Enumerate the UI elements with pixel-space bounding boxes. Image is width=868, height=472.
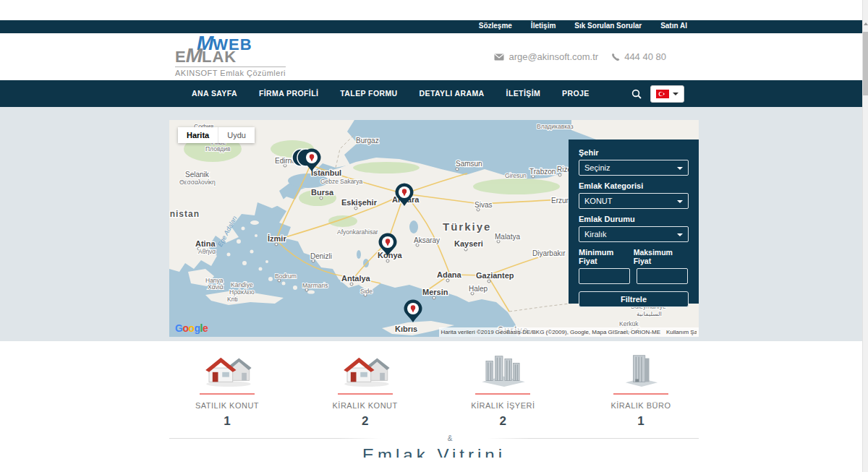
map-label: Giresun: [505, 172, 527, 179]
map-label: السليمانية: [637, 310, 662, 317]
category-card-4[interactable]: KİRALIK BÜRO1: [583, 351, 699, 429]
category-underline: [613, 393, 668, 395]
page: SözleşmeİletişimSık Sorulan SorularSatın…: [0, 0, 868, 472]
map-label: Trabzon: [529, 168, 556, 176]
category-label: SATILIK KONUT: [169, 401, 285, 410]
map-label: Samsun: [456, 160, 482, 168]
map-label: Gebze: [320, 178, 339, 185]
category-card-2[interactable]: KİRALIK KONUT2: [307, 351, 423, 429]
max-price-input[interactable]: [637, 268, 688, 284]
map-label: Adana: [437, 270, 462, 279]
search-icon[interactable]: [631, 89, 642, 99]
map-label: Halep: [469, 285, 488, 293]
email-contact[interactable]: arge@akinsoft.com.tr: [494, 51, 598, 62]
map-label: Side: [360, 288, 373, 295]
nav-item-ana-sayfa[interactable]: ANA SAYFA: [181, 80, 248, 107]
max-price-label: Maksimum Fiyat: [634, 248, 689, 265]
map-attribution: Harita verileri ©2019 GeoBasis-DE/BKG (©…: [439, 327, 699, 337]
terms-link[interactable]: Kullanım Şartları: [666, 329, 697, 335]
google-map[interactable]: СофияFilibeПловдивBurgazEdirneİstanbulGe…: [169, 120, 699, 337]
map-label: Kıbrıs: [395, 325, 417, 333]
nav-item-detayli-arama[interactable]: DETAYLI ARAMA: [409, 80, 495, 107]
map-label: Selanik: [185, 171, 210, 179]
nav-item-fi̇rma-profi̇li̇[interactable]: FİRMA PROFİLİ: [248, 80, 329, 107]
topbar-link[interactable]: İletişim: [531, 22, 556, 30]
map-label: Malatya: [495, 233, 520, 241]
house-icon: [169, 351, 285, 387]
header-contact: arge@akinsoft.com.tr 444 40 80: [494, 51, 666, 62]
topbar-link[interactable]: Satın Al: [660, 22, 687, 30]
map-label: Χανιά: [208, 283, 224, 291]
map-label: İzmir: [268, 234, 286, 243]
map-label: Eskişehir: [341, 198, 378, 207]
main-nav: ANA SAYFAFİRMA PROFİLİTALEP FORMUDETAYLI…: [0, 80, 868, 107]
category-label: KİRALIK İŞYERİ: [445, 401, 561, 410]
status-select[interactable]: Kiralık: [579, 226, 689, 242]
categories-section: SATILIK KONUT1 KİRALIK KONUT2 KİRALIK İŞ…: [0, 341, 868, 429]
scroll-up-icon[interactable]: [864, 22, 868, 25]
logo-tagline: AKINSOFT Emlak Çözümleri: [175, 66, 286, 77]
topbar-link[interactable]: Sözleşme: [479, 22, 512, 30]
map-label: Sakarya: [340, 178, 362, 185]
logo-m-gray: M: [186, 44, 202, 66]
map-label: İstanbul: [311, 168, 341, 177]
category-count: 2: [307, 414, 423, 429]
map-label: Bodrum: [275, 273, 297, 280]
map-view-button[interactable]: Harita: [178, 127, 218, 143]
scrollbar-thumb[interactable]: [863, 32, 868, 95]
email-text: arge@akinsoft.com.tr: [509, 51, 598, 62]
phone-contact[interactable]: 444 40 80: [611, 51, 666, 62]
nav-list: ANA SAYFAFİRMA PROFİLİTALEP FORMUDETAYLI…: [181, 80, 600, 107]
category-card-1[interactable]: SATILIK KONUT1: [169, 351, 285, 429]
logo-e: E: [175, 48, 186, 66]
topbar: SözleşmeİletişimSık Sorulan SorularSatın…: [0, 20, 868, 33]
city-select[interactable]: Seçiniz: [579, 160, 689, 176]
map-label: Ηράκλειο: [229, 288, 255, 296]
scrollbar[interactable]: [862, 0, 868, 472]
category-select[interactable]: KONUT: [579, 193, 689, 209]
house-icon: [307, 351, 423, 387]
attribution-text: Harita verileri ©2019 GeoBasis-DE/BKG (©…: [441, 329, 660, 335]
map-label: Gaziantep: [476, 271, 514, 280]
nav-item-talep-formu[interactable]: TALEP FORMU: [329, 80, 408, 107]
satellite-view-button[interactable]: Uydu: [218, 127, 255, 143]
section-divider: &: [169, 434, 699, 442]
chevron-down-icon: [673, 93, 678, 95]
topbar-link[interactable]: Sık Sorulan Sorular: [574, 22, 642, 30]
min-price-input[interactable]: [579, 268, 630, 284]
nav-item-proje[interactable]: PROJE: [551, 80, 600, 107]
map-label: Burgaz: [356, 137, 379, 145]
nav-item-i̇leti̇şi̇m[interactable]: İLETİŞİM: [495, 80, 552, 107]
map-label: Αθήνα: [198, 248, 216, 255]
showcase-heading: Emlak Vitrini: [0, 445, 868, 458]
filter-button[interactable]: Filtrele: [579, 291, 689, 307]
map-type-controls: Harita Uydu: [178, 127, 255, 143]
category-count: 1: [583, 414, 699, 429]
city-label: Şehir: [579, 148, 689, 157]
topbar-links: SözleşmeİletişimSık Sorulan SorularSatın…: [169, 20, 699, 30]
map-label: Atina: [195, 239, 216, 248]
category-count: 2: [445, 414, 561, 429]
phone-text: 444 40 80: [624, 51, 666, 62]
mail-icon: [494, 53, 504, 61]
category-underline: [475, 393, 530, 395]
map-label: Kayseri: [454, 239, 483, 248]
map-label: Afyonkarahisar: [337, 228, 378, 236]
map-label: Mersin: [422, 288, 448, 296]
header: MWEB EMLAK AKINSOFT Emlak Çözümleri arge…: [0, 33, 868, 80]
logo[interactable]: MWEB EMLAK AKINSOFT Emlak Çözümleri: [175, 37, 286, 77]
google-logo[interactable]: Google: [175, 322, 208, 334]
map-label: Diyarbakır: [532, 249, 566, 257]
map-label: Kriti: [227, 296, 238, 303]
category-label: Emlak Kategorisi: [579, 181, 689, 190]
category-label: KİRALIK BÜRO: [583, 401, 699, 410]
filter-panel: Şehir Seçiniz Emlak Kategorisi KONUT Eml…: [569, 140, 699, 304]
map-label: Denizli: [310, 252, 332, 260]
language-selector[interactable]: [650, 85, 684, 103]
phone-icon: [611, 53, 620, 61]
map-label: Bursa: [311, 188, 334, 197]
category-card-3[interactable]: KİRALIK İŞYERİ2: [445, 351, 561, 429]
logo-lak: LAK: [202, 48, 237, 66]
map-label: Aksaray: [414, 236, 440, 244]
category-label: KİRALIK KONUT: [307, 401, 423, 410]
